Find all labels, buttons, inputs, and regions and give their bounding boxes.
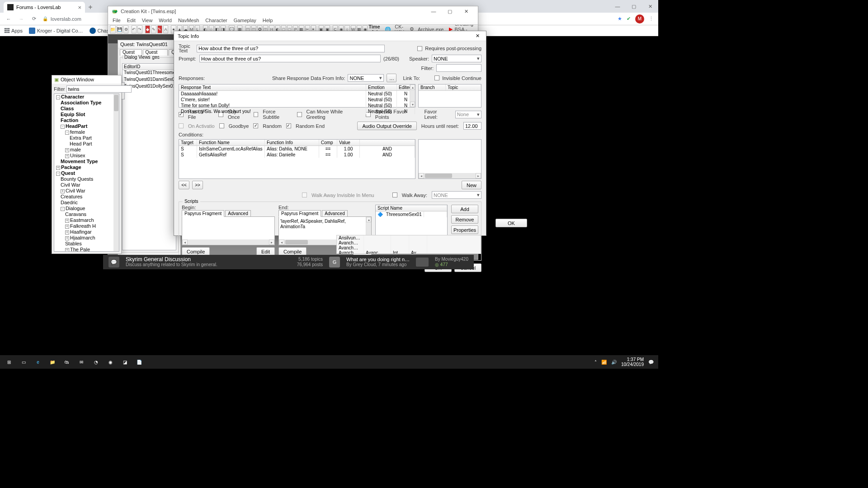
col-editorid[interactable]: EditorID [124,64,140,69]
menu-gameplay[interactable]: Gameplay [234,18,256,23]
link-to-list[interactable]: Branch Topic [418,84,481,108]
tree-node[interactable]: -female [54,129,119,135]
random-checkbox[interactable] [253,123,258,128]
toolbar-button[interactable]: A [163,25,168,33]
tree-node[interactable]: -Dialogue [54,206,119,211]
toolbar-button[interactable]: ↷ [137,25,142,33]
table-row[interactable]: Daaaaaahliaaaaa!Neutral (50)N [179,91,415,97]
store-icon[interactable]: 🛍 [60,355,74,369]
tree-node[interactable]: -Quest [54,170,119,176]
tray-chevron-icon[interactable]: ˄ [594,360,597,365]
topic-text-input[interactable] [197,45,385,52]
tab-close-icon[interactable]: × [78,4,81,11]
toolbar-button[interactable]: ✎ [157,25,162,33]
quest-titlebar[interactable]: Quest: TwinsQuest01 [118,40,180,48]
table-row[interactable]: C'mere, sister!Neutral (50)N [179,97,415,103]
tree-node[interactable]: +Falkreath H [54,223,119,229]
toolbar-button[interactable]: ↶ [132,25,137,33]
tree-node[interactable]: +Hjaalmarch [54,235,119,241]
horizontal-scrollbar[interactable]: ◂▸ [182,239,274,245]
table-row[interactable]: Avanch… [337,245,481,250]
table-row[interactable]: SGetIsAliasRefAlias: Danielle==1.00AND [179,152,415,158]
voice-list[interactable]: Ansilvun…Avanch…Avanch…Avanch…Avanc…Int…… [336,235,481,254]
vertical-scrollbar[interactable]: ▴▾ [410,84,415,107]
dialog-close-icon[interactable]: ✕ [472,31,482,41]
tree-node[interactable]: Stables [54,241,119,247]
speaker-select[interactable]: NONE [432,55,481,62]
tree-node[interactable]: Caravans [54,211,119,217]
table-row[interactable]: Avanch…Avanc…Int…Av… [337,250,481,254]
volume-icon[interactable]: 🔊 [611,360,617,365]
apps-button[interactable]: Apps [5,28,23,33]
col-branch[interactable]: Branch [419,84,446,90]
ck-maximize-icon[interactable]: ▢ [442,6,458,16]
toolbar-button[interactable]: 📁 [110,25,116,33]
menu-navmesh[interactable]: NavMesh [178,18,199,23]
tree-node[interactable]: -HeadPart [54,123,119,129]
task-view-icon[interactable]: ▭ [16,355,31,369]
remove-button[interactable]: Remove [451,215,478,224]
network-icon[interactable]: 📶 [601,360,607,365]
walk-away-checkbox[interactable] [392,192,397,197]
goodbye-checkbox[interactable] [219,123,224,128]
app-icon[interactable]: 📄 [132,355,146,369]
explorer-icon[interactable]: 📁 [45,355,60,369]
forward-icon[interactable]: → [17,15,25,23]
object-tree[interactable]: -CharacterAssociation TypeClassEquip Slo… [54,94,119,252]
tree-node[interactable]: Faction [54,117,119,123]
new-tab-button[interactable]: + [85,2,96,13]
minimize-icon[interactable]: — [609,0,626,13]
tab-papyrus[interactable]: Papyrus Fragment [182,210,224,217]
app-icon[interactable]: ◪ [118,355,132,369]
audio-override-button[interactable]: Audio Output Override [357,122,416,130]
menu-icon[interactable]: ⋮ [649,16,654,22]
invisible-continue-checkbox[interactable] [434,75,439,80]
responses-list[interactable]: Response Text Emotion Edited Daaaaaahlia… [179,84,415,108]
prev-button[interactable]: << [179,181,189,189]
tree-node[interactable]: -Character [54,94,119,100]
start-button[interactable]: ⊞ [2,355,16,369]
steam-icon[interactable]: ◔ [89,355,103,369]
random-end-checkbox[interactable] [286,123,291,128]
close-icon[interactable]: ✕ [642,0,658,13]
check-icon[interactable]: ✔ [627,16,631,22]
begin-script-box[interactable]: ◂▸ [182,216,275,245]
toolbar-button[interactable]: 💾 [117,25,123,33]
object-window-titlebar[interactable]: ▣ Object Window [52,75,121,84]
new-button[interactable]: New [462,181,481,189]
post-processing-checkbox[interactable] [417,46,422,51]
col-topic[interactable]: Topic [446,84,481,90]
tree-node[interactable]: Head Part [54,141,119,147]
horizontal-scrollbar[interactable]: ◂▸ [419,173,481,178]
dialog-titlebar[interactable]: Topic Info ✕ [174,31,486,41]
filter-input[interactable] [436,64,481,72]
toolbar-button[interactable]: ✎ [151,25,156,33]
add-button[interactable]: Add [451,205,478,213]
tree-node[interactable]: +Unisex [54,153,119,159]
next-button[interactable]: >> [192,181,203,189]
list-item[interactable]: TwinsQuest01ThreesomeSex [123,70,176,75]
tree-node[interactable]: Extra Part [54,135,119,141]
maximize-icon[interactable]: ▢ [626,0,642,13]
vertical-scrollbar[interactable] [113,94,119,251]
tree-node[interactable]: +Eastmarch [54,217,119,223]
thread-link[interactable]: What are you doing right n… [346,257,410,262]
tree-node[interactable]: Equip Slot [54,112,119,117]
menu-file[interactable]: File [113,18,121,23]
tree-node[interactable]: Creatures [54,194,119,200]
mail-icon[interactable]: ✉ [74,355,89,369]
table-row[interactable]: Avanch… [337,240,481,245]
col-emotion[interactable]: Emotion [366,84,397,90]
thumbnail[interactable] [416,258,429,267]
back-icon[interactable]: ← [5,15,13,23]
notifications-icon[interactable]: 💬 [648,360,654,365]
tab-papyrus[interactable]: Papyrus Fragment [278,210,321,217]
chrome-icon[interactable]: ◉ [103,355,118,369]
menu-view[interactable]: View [142,18,153,23]
table-row[interactable]: Don't worry Sis. We won't hurt you!Neutr… [179,108,415,114]
ck-titlebar[interactable]: 🐲 Creation Kit - [Twins.esp] — ▢ ✕ [108,6,478,16]
conditions-list[interactable]: Target Function Name Function Info Comp … [179,139,415,179]
tree-node[interactable]: Civil War [54,182,119,188]
browse-button[interactable]: … [387,74,396,82]
ck-close-icon[interactable]: ✕ [458,6,474,16]
